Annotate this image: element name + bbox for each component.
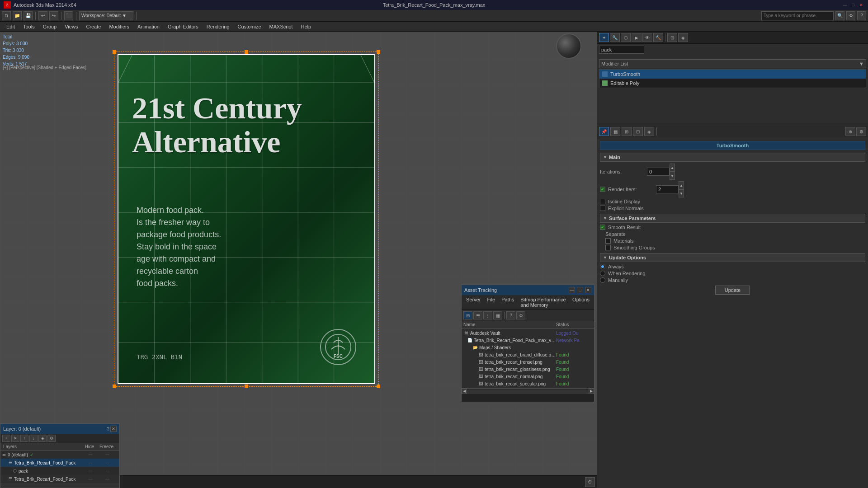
at-row-vault[interactable]: 🏛 Autodesk Vault Logged Ou <box>462 329 594 337</box>
right-icon-display[interactable]: 👁 <box>642 33 652 42</box>
mod-icon-mode5[interactable]: ◈ <box>644 127 654 136</box>
right-icon-utilities[interactable]: 🔨 <box>653 33 663 42</box>
layer-freeze-pack[interactable]: — <box>97 469 118 473</box>
main-section-header[interactable]: ▼ Main <box>600 153 865 162</box>
menu-animation[interactable]: Animation <box>134 23 163 30</box>
menu-modifiers[interactable]: Modifiers <box>105 23 133 30</box>
right-icon-modify[interactable]: 🔧 <box>610 33 620 42</box>
menu-group[interactable]: Group <box>39 23 61 30</box>
workspace-dropdown[interactable]: Workspace: Default ▼ <box>79 11 133 20</box>
at-menu-file[interactable]: File <box>484 296 498 309</box>
at-row-normal[interactable]: 🖼 tetra_brik_recart_normal.png Found <box>462 373 594 380</box>
layer-freeze-tetra2[interactable]: — <box>97 477 118 481</box>
lp-tool-add[interactable]: + <box>2 435 10 442</box>
search-input[interactable] <box>761 11 834 20</box>
layer-hide-default[interactable]: — <box>84 452 97 457</box>
layer-hide-pack[interactable]: — <box>84 469 97 473</box>
iterations-spin-up[interactable]: ▲ <box>670 164 675 172</box>
materials-checkbox[interactable] <box>605 238 611 244</box>
at-row-specular[interactable]: 🖼 tetra_brik_recart_specular.png Found <box>462 380 594 387</box>
mod-icon-right1[interactable]: ⊕ <box>845 127 855 136</box>
modifier-list-dropdown[interactable]: Modifier List ▼ <box>599 59 866 68</box>
layer-row-pack[interactable]: ⬡ pack — — <box>0 467 119 475</box>
at-tool-help[interactable]: ? <box>506 311 515 319</box>
layer-row-tetra2[interactable]: ☰ Tetra_Brik_Recart_Food_Pack — — <box>0 475 119 483</box>
lp-tool-del[interactable]: ✕ <box>11 435 19 442</box>
restore-button[interactable]: □ <box>850 2 856 8</box>
toolbar-undo[interactable]: ↩ <box>38 11 47 20</box>
menu-tools[interactable]: Tools <box>19 23 38 30</box>
always-radio[interactable] <box>600 264 605 269</box>
at-scroll-left[interactable]: ◀ <box>462 389 467 394</box>
modifier-item-editablepoly[interactable]: Editable Poly <box>599 79 866 88</box>
at-menu-paths[interactable]: Paths <box>499 296 517 309</box>
iterations-spin-down[interactable]: ▼ <box>670 172 675 180</box>
modifier-item-turbosmooth[interactable]: TurboSmooth <box>599 70 866 79</box>
at-menu-server[interactable]: Server <box>463 296 483 309</box>
toolbar-open[interactable]: 📁 <box>13 11 22 20</box>
navigator[interactable] <box>556 33 583 61</box>
layers-help[interactable]: ? <box>107 426 109 432</box>
at-restore-btn[interactable]: □ <box>577 287 583 293</box>
surface-params-header[interactable]: ▼ Surface Parameters <box>600 214 865 223</box>
mod-icon-right2[interactable]: ⚙ <box>856 127 866 136</box>
at-tool-4[interactable]: ▦ <box>493 311 502 319</box>
at-row-frensel[interactable]: 🖼 tetra_brik_recart_frensel.png Found <box>462 358 594 366</box>
menu-edit[interactable]: Edit <box>3 23 19 30</box>
right-icon-panel6[interactable]: ◈ <box>678 33 688 42</box>
menu-help[interactable]: Help <box>297 23 315 30</box>
render-iters-value[interactable]: 2 <box>656 185 679 193</box>
lp-tool-up[interactable]: ↑ <box>20 435 28 442</box>
modifier-search-input[interactable] <box>599 46 644 54</box>
at-tool-3[interactable]: ⋮ <box>483 311 492 319</box>
at-tool-2[interactable]: ☰ <box>473 311 482 319</box>
iterations-value[interactable]: 0 <box>647 168 670 176</box>
at-close-btn[interactable]: ✕ <box>585 287 591 293</box>
right-icon-create[interactable]: ✦ <box>599 33 609 42</box>
at-menu-options[interactable]: Options <box>570 296 592 309</box>
smoothing-groups-checkbox[interactable] <box>605 245 611 250</box>
mod-icon-mode3[interactable]: ⊞ <box>622 127 632 136</box>
toolbar-save[interactable]: 💾 <box>24 11 33 20</box>
toolbar-render-frame[interactable]: ⬛ <box>64 11 73 20</box>
layer-hide-tetra2[interactable]: — <box>84 477 97 481</box>
at-scroll-right[interactable]: ▶ <box>589 389 594 394</box>
right-icon-motion[interactable]: ▶ <box>632 33 642 42</box>
menu-maxscript[interactable]: MAXScript <box>266 23 297 30</box>
at-row-diffuse[interactable]: 🖼 tetra_brik_recart_brand_diffuse.png Fo… <box>462 351 594 358</box>
menu-create[interactable]: Create <box>82 23 104 30</box>
search-options[interactable]: ⚙ <box>846 11 855 20</box>
toolbar-new[interactable]: 🗋 <box>2 11 11 20</box>
mod-icon-mode4[interactable]: ⊡ <box>633 127 643 136</box>
when-rendering-radio[interactable] <box>600 271 605 276</box>
render-iters-checkbox[interactable] <box>600 187 605 192</box>
at-row-glossiness[interactable]: 🖼 tetra_brik_recart_glossiness.png Found <box>462 366 594 373</box>
mod-icon-pin[interactable]: 📌 <box>599 127 609 136</box>
manually-radio[interactable] <box>600 277 605 283</box>
layer-row-tetra1[interactable]: ☰ Tetra_Brik_Recart_Food_Pack — — <box>0 459 119 467</box>
update-options-header[interactable]: ▼ Update Options <box>600 253 865 262</box>
menu-customize[interactable]: Customize <box>234 23 265 30</box>
right-icon-panel5[interactable]: ⊡ <box>667 33 677 42</box>
at-tool-settings[interactable]: ⚙ <box>516 311 525 319</box>
render-iters-down[interactable]: ▼ <box>679 189 684 197</box>
search-button[interactable]: 🔍 <box>835 11 844 20</box>
layer-hide-tetra1[interactable]: — <box>84 460 97 465</box>
at-menu-bitmap[interactable]: Bitmap Performance and Memory <box>518 296 569 309</box>
help-button[interactable]: ? <box>857 11 866 20</box>
layer-freeze-tetra1[interactable]: — <box>97 460 118 465</box>
lp-tool-select[interactable]: ◈ <box>38 435 47 442</box>
vt-time-config[interactable]: ⏱ <box>585 477 595 487</box>
at-row-maps[interactable]: 📂 Maps / Shaders <box>462 344 594 351</box>
explicit-normals-checkbox[interactable] <box>600 206 605 211</box>
at-minimize-btn[interactable]: — <box>569 287 575 293</box>
layer-row-default[interactable]: ☰ 0 (default) ✓ — — <box>0 450 119 459</box>
menu-rendering[interactable]: Rendering <box>203 23 233 30</box>
menu-graph-editors[interactable]: Graph Editors <box>164 23 202 30</box>
at-tool-1[interactable]: ⊞ <box>463 311 472 319</box>
isoline-checkbox[interactable] <box>600 199 605 204</box>
minimize-button[interactable]: — <box>842 2 848 8</box>
toolbar-redo[interactable]: ↪ <box>49 11 58 20</box>
at-row-maxfile[interactable]: 📄 Tetra_Brik_Recart_Food_Pack_max_vray.m… <box>462 337 594 344</box>
menu-views[interactable]: Views <box>61 23 81 30</box>
